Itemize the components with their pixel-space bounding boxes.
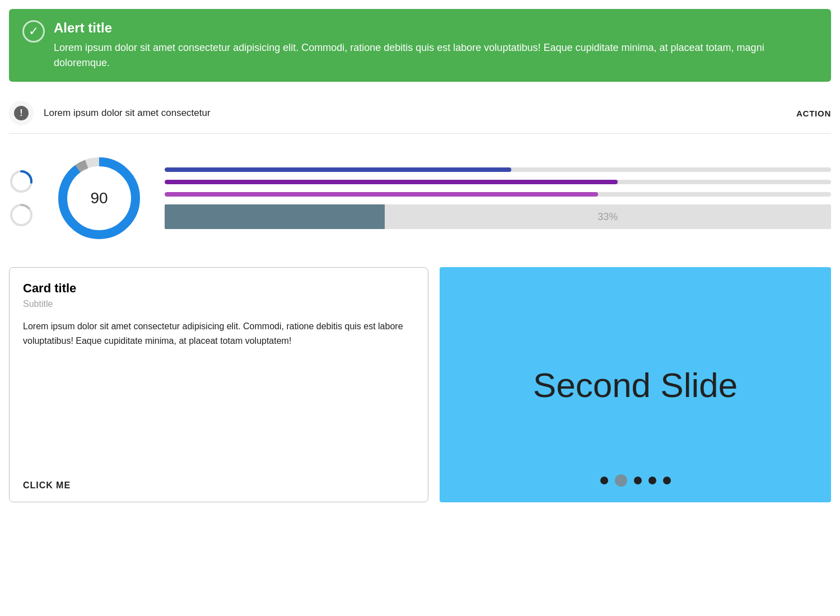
bottom-row: Card title Subtitle Lorem ipsum dolor si…: [9, 267, 831, 502]
alert-banner: ✓ Alert title Lorem ipsum dolor sit amet…: [9, 9, 831, 82]
simple-alert-row: ! Lorem ipsum dolor sit amet consectetur…: [9, 93, 831, 134]
segmented-label: 33%: [385, 211, 831, 223]
simple-alert-text: Lorem ipsum dolor sit amet consectetur: [44, 108, 796, 119]
action-button[interactable]: ACTION: [796, 109, 831, 118]
progress-section: 90 33%: [9, 145, 831, 251]
bar-track-2: [165, 180, 831, 184]
click-me-button[interactable]: CLICK ME: [23, 480, 414, 491]
dot-3[interactable]: [634, 477, 642, 484]
bar-row-3: [165, 192, 831, 197]
dot-1[interactable]: [600, 477, 608, 484]
alert-check-icon-wrap: ✓: [22, 20, 45, 43]
dot-2-active[interactable]: [615, 474, 627, 487]
bar-track-1: [165, 167, 831, 172]
bars-area: 33%: [165, 167, 831, 229]
carousel: Second Slide: [440, 267, 831, 502]
spinner-gray: [9, 203, 34, 227]
donut-label: 90: [90, 189, 108, 207]
spinner-blue: [9, 169, 34, 194]
check-icon: ✓: [29, 25, 39, 38]
spinner-stack: [9, 169, 34, 227]
bar-row-2: [165, 180, 831, 184]
carousel-slide-text: Second Slide: [533, 365, 738, 405]
bar-row-1: [165, 167, 831, 172]
bar-fill-2: [165, 180, 618, 184]
simple-alert-icon-wrap: !: [9, 101, 34, 125]
card: Card title Subtitle Lorem ipsum dolor si…: [9, 267, 428, 502]
alert-text-block: Alert title Lorem ipsum dolor sit amet c…: [54, 20, 818, 71]
dot-5[interactable]: [663, 477, 671, 484]
segmented-bar: 33%: [165, 204, 831, 229]
exclamation-icon: !: [14, 106, 29, 120]
carousel-dots: [600, 474, 671, 487]
card-body: Lorem ipsum dolor sit amet consectetur a…: [23, 319, 414, 465]
card-title: Card title: [23, 281, 414, 296]
dot-4[interactable]: [648, 477, 656, 484]
segmented-fill: [165, 204, 385, 229]
bar-fill-1: [165, 167, 511, 172]
bar-track-3: [165, 192, 831, 197]
donut-chart: 90: [52, 151, 147, 246]
bar-fill-3: [165, 192, 598, 197]
alert-body: Lorem ipsum dolor sit amet consectetur a…: [54, 40, 818, 71]
alert-title: Alert title: [54, 20, 818, 36]
card-subtitle: Subtitle: [23, 299, 414, 309]
